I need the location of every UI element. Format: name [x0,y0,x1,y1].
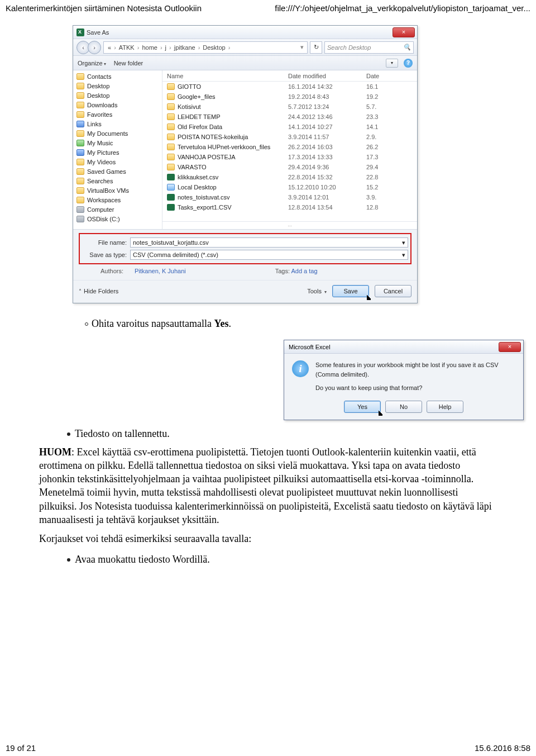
file-row[interactable]: Tasks_export1.CSV12.8.2014 13:5412.8 [162,202,417,212]
crumb[interactable]: home [140,44,159,51]
bullet-icon [67,432,70,436]
close-button[interactable]: × [499,342,521,352]
file-date2: 26.2 [366,144,417,150]
file-date2: 29.4 [366,164,417,170]
file-row[interactable]: POISTA NOTES-kokeiluja3.9.2014 11:572.9. [162,132,417,142]
file-row[interactable]: LEHDET TEMP24.4.2012 13:4623.3 [162,112,417,122]
sidebar-item[interactable]: Links [76,119,162,129]
sidebar-item[interactable]: My Music [76,138,162,148]
file-icon [167,174,175,180]
folder-tree[interactable]: Contacts Desktop Desktop Downloads Favor… [73,70,162,229]
file-icon [167,184,175,191]
file-date2: 15.2 [366,184,417,191]
file-date: 5.7.2012 13:24 [288,103,366,110]
file-row[interactable]: Google+_files19.2.2014 8:4319.2 [162,92,417,102]
window-title: Save As [87,29,109,36]
chevron-down-icon[interactable]: ▾ [402,239,405,246]
file-date2: 12.8 [366,204,417,211]
folder-icon [76,187,84,194]
file-icon [167,93,175,100]
sidebar-item[interactable]: Workspaces [76,195,162,205]
saveastype-select[interactable]: CSV (Comma delimited) (*.csv) ▾ [130,250,408,260]
file-rows[interactable]: GIOTTO16.1.2014 14:3216.1Google+_files19… [162,82,417,221]
chevron-up-icon: ˄ [79,288,82,294]
crumb[interactable]: Desktop [201,44,227,51]
tools-button[interactable]: Tools ▾ [307,288,327,294]
file-row[interactable]: VARASTO29.4.2014 9:3629.4 [162,162,417,172]
file-name: VANHOJA POSTEJA [178,154,236,160]
sidebar-item[interactable]: Downloads [76,100,162,110]
crumb[interactable]: j [164,44,168,51]
sidebar-label: Favorites [87,111,112,118]
refresh-button[interactable]: ↻ [310,41,322,54]
sidebar-label: Downloads [87,102,117,108]
msg-titlebar[interactable]: Microsoft Excel × [284,340,523,354]
file-row[interactable]: Old Firefox Data14.1.2014 10:2714.1 [162,122,417,132]
folder-icon [76,197,84,203]
new-folder-button[interactable]: New folder [114,60,143,66]
sidebar-item[interactable]: Computer [76,205,162,214]
crumb[interactable]: « [106,44,113,51]
help-button[interactable]: Help [427,401,463,413]
folder-icon [76,92,84,99]
file-row[interactable]: klikkaukset.csv22.8.2014 15:3222.8 [162,172,417,182]
sidebar-item[interactable]: Favorites [76,110,162,119]
column-headers[interactable]: Name Date modified Date [162,70,417,82]
close-button[interactable]: × [393,27,415,37]
folder-icon [76,102,84,108]
authors-value[interactable]: Pitkanen, K Juhani [135,268,186,274]
hide-folders-button[interactable]: ˄ Hide Folders [79,288,118,294]
save-button[interactable]: Save [332,285,369,297]
crumb[interactable]: ATKK [117,44,136,51]
chevron-down-icon[interactable]: ▾ [299,44,305,51]
file-row[interactable]: Kotisivut5.7.2012 13:245.7. [162,102,417,112]
sidebar-item[interactable]: Desktop [76,91,162,100]
file-row[interactable]: notes_toistuvat.csv3.9.2014 12:013.9. [162,192,417,202]
sidebar-item[interactable]: Contacts [76,72,162,81]
chevron-down-icon[interactable]: ▾ [402,251,405,259]
file-row[interactable]: VANHOJA POSTEJA17.3.2014 13:3317.3 [162,152,417,162]
titlebar[interactable]: Save As × [73,26,417,39]
no-button[interactable]: No [385,401,422,413]
file-row[interactable]: GIOTTO16.1.2014 14:3216.1 [162,82,417,92]
file-date: 15.12.2010 10:20 [288,184,366,191]
computer-icon [76,206,84,213]
file-icon [167,123,175,130]
filename-input[interactable]: notes_toistuvat_korjattu.csv ▾ [130,237,408,248]
file-date2: 19.2 [366,93,417,100]
breadcrumb-bar[interactable]: «› ATKK› home› j› jpitkane› Desktop› ▾ [103,41,308,54]
authors-label: Authors: [79,268,123,274]
folder-icon [76,178,84,184]
chevron-down-icon: ▾ [104,61,106,66]
sidebar-item[interactable]: My Documents [76,129,162,138]
organize-button[interactable]: Organize▾ [78,60,106,66]
saveastype-label: Save as type: [82,251,127,258]
sidebar-item[interactable]: Saved Games [76,167,162,176]
file-row[interactable]: Local Desktop15.12.2010 10:2015.2 [162,182,417,192]
sidebar-item[interactable]: VirtualBox VMs [76,186,162,195]
file-icon [167,144,175,150]
folder-icon [76,149,84,156]
file-row[interactable]: Tervetuloa HUPnet-verkkoon_files26.2.201… [162,142,417,152]
cancel-button[interactable]: Cancel [375,285,411,297]
sidebar-item[interactable]: Desktop [76,81,162,91]
horizontal-scrollbar[interactable]: ··· [162,221,417,229]
tags-value[interactable]: Add a tag [291,268,317,274]
col-date2[interactable]: Date [366,73,417,79]
save-fields: File name: notes_toistuvat_korjattu.csv … [73,229,417,280]
view-options-button[interactable]: ▾ [386,59,398,68]
search-input[interactable]: Search Desktop 🔍 [324,41,414,54]
help-icon[interactable]: ? [404,59,413,68]
yes-button[interactable]: Yes [344,401,381,413]
sidebar-item[interactable]: Searches [76,176,162,186]
folder-icon [76,73,84,80]
col-name[interactable]: Name [162,73,288,79]
sidebar-item[interactable]: OSDisk (C:) [76,214,162,224]
sidebar-item[interactable]: My Videos [76,157,162,167]
nav-forward-button[interactable]: › [88,41,101,54]
file-icon [167,134,175,140]
crumb[interactable]: jpitkane [173,44,197,51]
col-date[interactable]: Date modified [288,73,366,79]
file-name: klikkaukset.csv [178,174,218,180]
sidebar-item[interactable]: My Pictures [76,148,162,157]
